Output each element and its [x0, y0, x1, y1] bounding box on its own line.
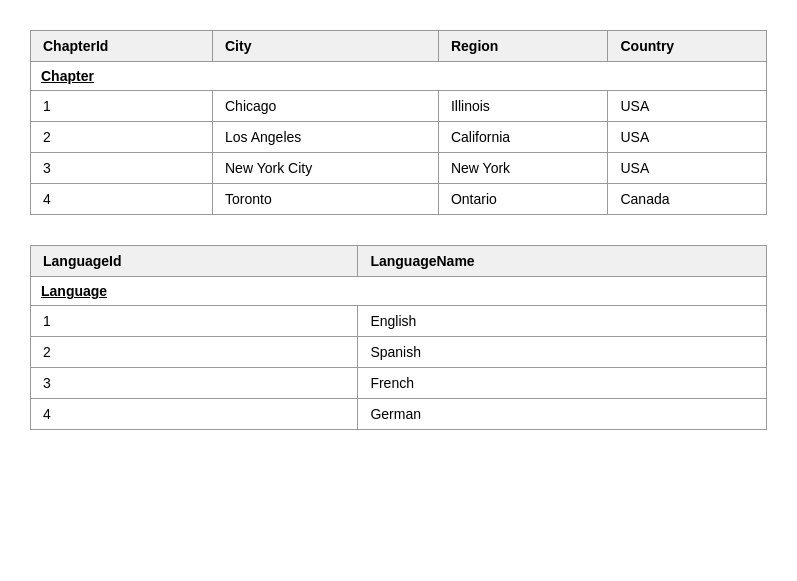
chapter-col-region: Region — [438, 31, 608, 62]
language-cell-2-1: French — [358, 368, 767, 399]
table-row: 2Los AngelesCaliforniaUSA — [31, 122, 767, 153]
chapter-cell-2-1: New York City — [213, 153, 439, 184]
tables-container: Chapter ChapterId City Region Country 1C… — [30, 20, 767, 430]
table-row: 1ChicagoIllinoisUSA — [31, 91, 767, 122]
chapter-title: Chapter — [31, 62, 767, 91]
chapter-body: 1ChicagoIllinoisUSA2Los AngelesCaliforni… — [31, 91, 767, 215]
language-cell-3-1: German — [358, 399, 767, 430]
language-header: LanguageId LanguageName — [31, 246, 767, 277]
chapter-cell-3-3: Canada — [608, 184, 767, 215]
language-body: 1English2Spanish3French4German — [31, 306, 767, 430]
language-table: Language LanguageId LanguageName 1Englis… — [30, 245, 767, 430]
chapter-cell-2-3: USA — [608, 153, 767, 184]
chapter-header: ChapterId City Region Country — [31, 31, 767, 62]
chapter-col-country: Country — [608, 31, 767, 62]
chapter-cell-1-3: USA — [608, 122, 767, 153]
language-cell-0-1: English — [358, 306, 767, 337]
language-cell-1-1: Spanish — [358, 337, 767, 368]
chapter-cell-1-2: California — [438, 122, 608, 153]
chapter-col-city: City — [213, 31, 439, 62]
chapter-cell-1-1: Los Angeles — [213, 122, 439, 153]
language-col-id: LanguageId — [31, 246, 358, 277]
language-cell-0-0: 1 — [31, 306, 358, 337]
language-col-name: LanguageName — [358, 246, 767, 277]
chapter-title-row: Chapter — [31, 62, 767, 91]
chapter-cell-0-3: USA — [608, 91, 767, 122]
table-row: 4TorontoOntarioCanada — [31, 184, 767, 215]
language-header-row: LanguageId LanguageName — [31, 246, 767, 277]
language-cell-3-0: 4 — [31, 399, 358, 430]
language-title: Language — [31, 277, 767, 306]
chapter-cell-3-2: Ontario — [438, 184, 608, 215]
chapter-col-id: ChapterId — [31, 31, 213, 62]
language-cell-1-0: 2 — [31, 337, 358, 368]
table-row: 3New York CityNew YorkUSA — [31, 153, 767, 184]
chapter-cell-0-0: 1 — [31, 91, 213, 122]
chapter-header-row: ChapterId City Region Country — [31, 31, 767, 62]
chapter-table: Chapter ChapterId City Region Country 1C… — [30, 30, 767, 215]
table-row: 4German — [31, 399, 767, 430]
language-title-row: Language — [31, 277, 767, 306]
table-row: 1English — [31, 306, 767, 337]
language-cell-2-0: 3 — [31, 368, 358, 399]
table-row: 2Spanish — [31, 337, 767, 368]
chapter-cell-3-1: Toronto — [213, 184, 439, 215]
chapter-cell-0-1: Chicago — [213, 91, 439, 122]
chapter-cell-3-0: 4 — [31, 184, 213, 215]
chapter-cell-2-0: 3 — [31, 153, 213, 184]
table-row: 3French — [31, 368, 767, 399]
chapter-cell-2-2: New York — [438, 153, 608, 184]
chapter-cell-1-0: 2 — [31, 122, 213, 153]
chapter-cell-0-2: Illinois — [438, 91, 608, 122]
